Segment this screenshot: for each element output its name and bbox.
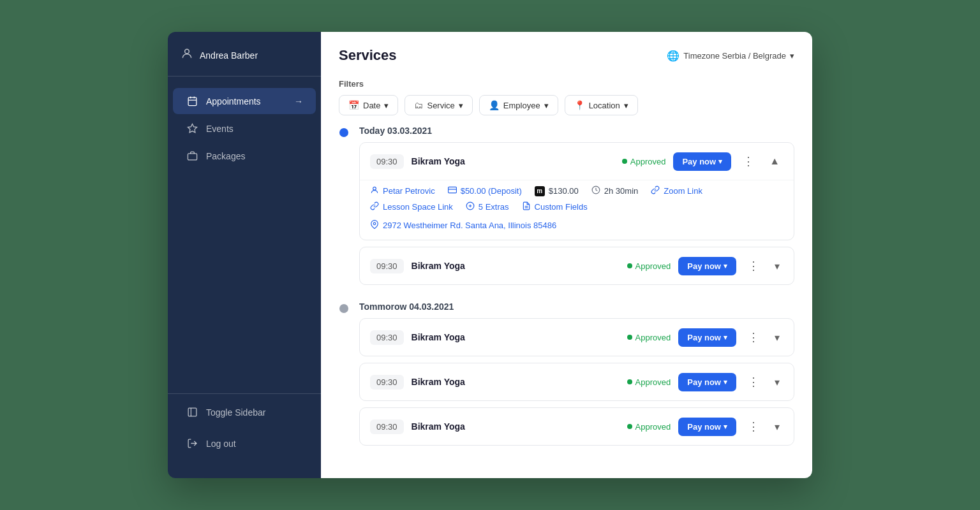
filter-service-label: Service xyxy=(427,101,454,110)
filter-date-chevron: ▾ xyxy=(384,101,389,110)
sidebar-item-packages[interactable]: Packages xyxy=(173,143,316,169)
status-label-3: Approved xyxy=(635,333,671,342)
today-label: Today 03.03.2021 xyxy=(359,126,794,136)
pay-now-chevron-3: ▾ xyxy=(724,333,727,342)
status-dot-5 xyxy=(627,424,632,429)
filter-service-chevron: ▾ xyxy=(459,101,463,110)
filter-employee-chevron: ▾ xyxy=(544,101,549,110)
today-content: Today 03.03.2021 09:30 Bikram Yoga Appro… xyxy=(359,126,794,291)
more-menu-button-2[interactable]: ⋮ xyxy=(744,256,763,275)
tomorrow-label: Tommorow 04.03.2021 xyxy=(359,302,794,312)
status-badge-4: Approved xyxy=(627,377,671,387)
status-badge-3: Approved xyxy=(627,333,671,342)
appointment-time-2: 09:30 xyxy=(370,259,404,273)
appointment-name-2: Bikram Yoga xyxy=(412,261,620,271)
employee-link-1[interactable]: Petar Petrovic xyxy=(370,186,435,196)
collapse-button-2[interactable]: ▾ xyxy=(771,258,783,275)
timezone-chevron-icon: ▾ xyxy=(790,51,794,61)
pay-now-button-5[interactable]: Pay now ▾ xyxy=(678,418,736,436)
filter-employee-label: Employee xyxy=(503,101,540,110)
events-icon xyxy=(186,123,198,134)
collapse-button-4[interactable]: ▾ xyxy=(771,374,783,391)
custom-fields-icon-1 xyxy=(522,201,531,212)
employee-icon: 👤 xyxy=(489,100,500,110)
collapse-button-5[interactable]: ▾ xyxy=(771,418,783,435)
more-menu-button-5[interactable]: ⋮ xyxy=(744,417,763,436)
pay-now-button-4[interactable]: Pay now ▾ xyxy=(678,373,736,391)
appointment-row-4: 09:30 Bikram Yoga Approved Pay now ▾ ⋮ xyxy=(360,363,794,400)
user-icon xyxy=(181,47,193,63)
svg-rect-6 xyxy=(188,154,197,160)
amount-label-1: $130.00 xyxy=(549,186,579,196)
appointment-card-5: 09:30 Bikram Yoga Approved Pay now ▾ ⋮ xyxy=(359,407,794,446)
address-icon-1 xyxy=(370,220,379,231)
filter-employee[interactable]: 👤 Employee ▾ xyxy=(479,95,558,115)
sidebar-item-events[interactable]: Events xyxy=(173,115,316,142)
amount-info-1: m $130.00 xyxy=(535,186,579,196)
logout-label: Log out xyxy=(206,439,236,449)
address-label-1: 2972 Westheimer Rd. Santa Ana, Illinois … xyxy=(383,221,556,230)
events-label: Events xyxy=(206,124,234,134)
timeline-dot-tomorrow xyxy=(339,304,348,313)
location-icon: 📍 xyxy=(574,100,585,110)
lesson-icon-1 xyxy=(370,201,379,212)
timeline-tomorrow xyxy=(339,302,349,313)
main-header: Services 🌐 Timezone Serbia / Belgrade ▾ xyxy=(321,32,812,74)
timeline-today xyxy=(339,126,349,137)
more-menu-button-1[interactable]: ⋮ xyxy=(739,152,758,171)
appointment-card-1: 09:30 Bikram Yoga Approved Pay now ▾ ⋮ xyxy=(359,142,794,240)
appointment-name-5: Bikram Yoga xyxy=(412,421,620,432)
appointment-time-4: 09:30 xyxy=(370,375,404,390)
pay-now-button-2[interactable]: Pay now ▾ xyxy=(678,257,736,275)
appointment-time-3: 09:30 xyxy=(370,330,404,345)
lesson-link-1[interactable]: Lesson Space Link xyxy=(370,201,453,212)
filter-service[interactable]: 🗂 Service ▾ xyxy=(405,95,472,115)
address-row-1[interactable]: 2972 Westheimer Rd. Santa Ana, Illinois … xyxy=(370,220,783,231)
filters-label: Filters xyxy=(339,79,794,89)
pay-now-button-1[interactable]: Pay now ▾ xyxy=(673,152,731,171)
extras-label-1: 5 Extras xyxy=(479,202,509,212)
filter-location-chevron: ▾ xyxy=(624,101,628,110)
sidebar-item-appointments[interactable]: Appointments → xyxy=(173,88,316,114)
filter-location[interactable]: 📍 Location ▾ xyxy=(565,95,638,115)
svg-marker-5 xyxy=(188,124,197,132)
sidebar-item-logout[interactable]: Log out xyxy=(173,430,316,456)
custom-fields-link-1[interactable]: Custom Fields xyxy=(522,201,588,212)
appointment-card-2: 09:30 Bikram Yoga Approved Pay now ▾ ⋮ xyxy=(359,247,794,285)
filter-date[interactable]: 📅 Date ▾ xyxy=(339,95,398,115)
appointments-label: Appointments xyxy=(206,96,261,106)
svg-rect-7 xyxy=(188,408,197,416)
employee-name-1: Petar Petrovic xyxy=(383,186,435,196)
pay-now-label-3: Pay now xyxy=(687,333,721,342)
packages-label: Packages xyxy=(206,151,245,161)
appointment-name-4: Bikram Yoga xyxy=(412,377,620,387)
more-menu-button-4[interactable]: ⋮ xyxy=(744,372,763,391)
appointment-card-3: 09:30 Bikram Yoga Approved Pay now ▾ ⋮ xyxy=(359,318,794,356)
sidebar-nav: Appointments → Events Packages xyxy=(168,76,321,393)
duration-label-1: 2h 30min xyxy=(604,186,638,196)
sidebar-item-toggle[interactable]: Toggle Sidebar xyxy=(173,399,316,425)
pay-now-label-1: Pay now xyxy=(682,157,716,166)
appointments-list: Today 03.03.2021 09:30 Bikram Yoga Appro… xyxy=(321,126,812,478)
extras-link-1[interactable]: 5 Extras xyxy=(466,201,509,212)
svg-point-10 xyxy=(373,187,376,190)
app-container: Andrea Barber Appointments → Events xyxy=(168,32,812,478)
more-menu-button-3[interactable]: ⋮ xyxy=(744,328,763,347)
appointments-icon xyxy=(186,96,198,106)
timezone-selector[interactable]: 🌐 Timezone Serbia / Belgrade ▾ xyxy=(667,50,794,62)
status-badge-2: Approved xyxy=(627,261,671,271)
filter-date-label: Date xyxy=(363,101,380,110)
status-dot-2 xyxy=(627,263,632,268)
zoom-link-1[interactable]: Zoom Link xyxy=(651,186,702,196)
custom-fields-label-1: Custom Fields xyxy=(535,202,588,212)
status-label-1: Approved xyxy=(630,157,666,166)
collapse-button-3[interactable]: ▾ xyxy=(771,329,783,346)
zoom-icon-1 xyxy=(651,186,660,196)
tomorrow-section: Tommorow 04.03.2021 09:30 Bikram Yoga Ap… xyxy=(339,302,794,452)
pay-now-chevron-1: ▾ xyxy=(718,157,722,166)
filters-section: Filters 📅 Date ▾ 🗂 Service ▾ 👤 Employee … xyxy=(321,74,812,126)
appointment-row-2: 09:30 Bikram Yoga Approved Pay now ▾ ⋮ xyxy=(360,247,794,284)
collapse-button-1[interactable]: ▲ xyxy=(766,153,783,170)
pay-now-label-4: Pay now xyxy=(687,377,721,387)
pay-now-button-3[interactable]: Pay now ▾ xyxy=(678,328,736,347)
